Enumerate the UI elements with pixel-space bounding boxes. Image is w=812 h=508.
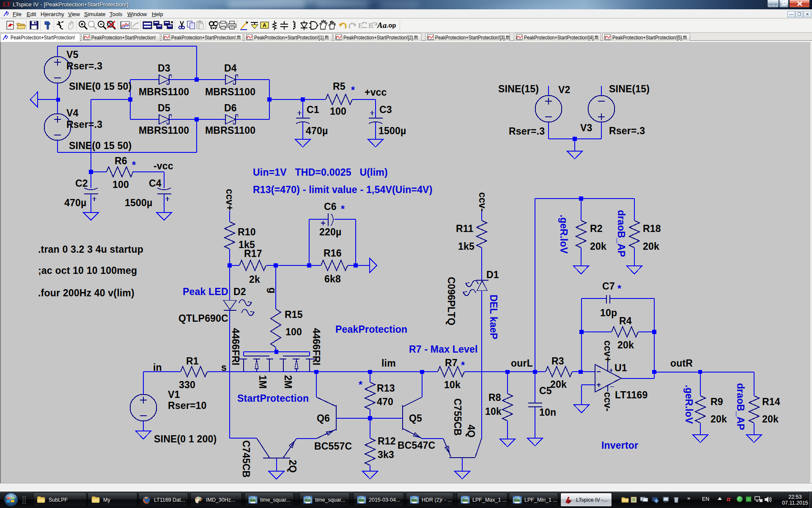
svg-text:SINE(15): SINE(15) <box>609 83 650 94</box>
svg-text:D5: D5 <box>158 102 170 113</box>
svg-text:R9: R9 <box>710 396 723 407</box>
svg-text:SINE(0 1 200): SINE(0 1 200) <box>154 433 217 444</box>
svg-text:Rser=10: Rser=10 <box>168 400 207 411</box>
svg-text:Q5: Q5 <box>409 413 422 424</box>
svg-text:ourL: ourL <box>511 358 533 369</box>
svg-text:V1: V1 <box>168 389 180 400</box>
svg-text:3k3: 3k3 <box>378 449 394 460</box>
svg-text:1k5: 1k5 <box>458 241 475 252</box>
svg-text:20k: 20k <box>590 241 606 252</box>
svg-text:20k: 20k <box>617 340 634 351</box>
svg-text:100: 100 <box>330 106 346 117</box>
svg-text:C2: C2 <box>75 178 88 189</box>
svg-text:C096PLTQ: C096PLTQ <box>446 277 457 326</box>
svg-text:outR: outR <box>670 358 693 369</box>
svg-text:C5: C5 <box>539 385 552 396</box>
svg-text:R13: R13 <box>377 383 395 394</box>
svg-text:.tran 0 3.2 3 4u startup: .tran 0 3.2 3 4u startup <box>38 244 143 255</box>
svg-text:-vcc: -vcc <box>154 160 173 171</box>
svg-text:DEL kaeP: DEL kaeP <box>488 295 499 340</box>
svg-text:R18: R18 <box>643 223 661 234</box>
svg-text:Rser=.3: Rser=.3 <box>509 126 545 137</box>
svg-text:R2: R2 <box>590 223 603 234</box>
svg-text:*: * <box>461 360 465 371</box>
svg-text:Invertor: Invertor <box>601 440 638 451</box>
svg-text:Q6: Q6 <box>317 413 330 424</box>
svg-text:R7 - Max Level: R7 - Max Level <box>409 344 478 355</box>
svg-text:PeakProtection: PeakProtection <box>335 324 407 335</box>
svg-text:*: * <box>341 204 345 215</box>
svg-text:10k: 10k <box>444 379 461 390</box>
svg-text:E: E <box>368 22 373 30</box>
svg-text:D6: D6 <box>224 102 237 113</box>
svg-text:draoB_AP: draoB_AP <box>616 210 627 257</box>
svg-text:MBRS1100: MBRS1100 <box>139 86 189 97</box>
svg-text:20k: 20k <box>710 414 727 425</box>
svg-text:MBRS1100: MBRS1100 <box>205 86 255 97</box>
svg-text:D2: D2 <box>233 286 246 297</box>
svg-text:R12: R12 <box>378 436 396 447</box>
svg-text:R3: R3 <box>551 356 564 367</box>
svg-text:.four 200Hz 40 v(lim): .four 200Hz 40 v(lim) <box>38 287 134 298</box>
svg-text:4466FRI: 4466FRI <box>311 328 322 365</box>
svg-text:100: 100 <box>285 326 302 337</box>
svg-text:470: 470 <box>377 396 393 407</box>
svg-text:R1: R1 <box>186 356 199 367</box>
svg-text:100: 100 <box>112 179 129 190</box>
svg-text:2k: 2k <box>249 274 260 285</box>
svg-text:QTLP690C: QTLP690C <box>178 313 228 324</box>
svg-text:220µ: 220µ <box>319 226 341 237</box>
svg-text:C1: C1 <box>307 104 319 115</box>
svg-text:Uin=1V THD=0.0025 U(lim): Uin=1V THD=0.0025 U(lim) <box>253 167 388 178</box>
svg-text:SINE(0 15 50): SINE(0 15 50) <box>69 140 132 151</box>
svg-text:R5: R5 <box>333 81 346 92</box>
svg-text:C4: C4 <box>149 178 162 189</box>
svg-text:Rser=.3: Rser=.3 <box>66 119 102 130</box>
svg-text:R7: R7 <box>445 357 458 368</box>
svg-text:R4: R4 <box>619 315 632 326</box>
svg-text:;ac oct 10 10 100meg: ;ac oct 10 10 100meg <box>38 265 137 276</box>
svg-text:U1: U1 <box>614 362 627 373</box>
svg-text:R15: R15 <box>285 309 303 320</box>
svg-text:R13(=470) - limit value - 1,54: R13(=470) - limit value - 1,54V(Uin=4V) <box>253 184 433 195</box>
svg-text:6k8: 6k8 <box>324 273 341 284</box>
svg-text:g: g <box>267 287 278 293</box>
svg-text:.geR.loV: .geR.loV <box>683 385 694 424</box>
svg-text:470µ: 470µ <box>64 197 86 208</box>
svg-text:4466FRI: 4466FRI <box>230 328 241 365</box>
svg-text:C6: C6 <box>324 201 337 212</box>
svg-text:V2: V2 <box>558 84 571 95</box>
svg-text:D3: D3 <box>158 63 170 74</box>
svg-text:in: in <box>153 362 162 373</box>
svg-text:ccv+: ccv+ <box>224 189 235 211</box>
svg-text:C745CB: C745CB <box>241 440 252 478</box>
svg-text:20k: 20k <box>643 241 659 252</box>
svg-text:C7: C7 <box>602 281 615 292</box>
svg-text:R6: R6 <box>115 155 127 166</box>
svg-text:StartProtection: StartProtection <box>237 393 309 404</box>
svg-text:2M: 2M <box>283 375 294 389</box>
svg-text:D4: D4 <box>224 63 237 74</box>
svg-text:*: * <box>617 283 621 294</box>
svg-text:470µ: 470µ <box>306 125 328 136</box>
svg-text:V4: V4 <box>66 108 79 119</box>
svg-text:SINE(15): SINE(15) <box>498 83 539 94</box>
svg-text:1500µ: 1500µ <box>125 197 152 208</box>
svg-text:R17: R17 <box>244 248 262 259</box>
svg-text:20k: 20k <box>762 414 779 425</box>
svg-text:10k: 10k <box>485 406 502 417</box>
svg-text:LT1169: LT1169 <box>615 389 648 400</box>
svg-text:R16: R16 <box>324 248 342 259</box>
svg-text:*: * <box>359 379 362 390</box>
svg-text:10p: 10p <box>600 307 617 318</box>
svg-text:C755CB: C755CB <box>452 398 463 436</box>
svg-text:ccv+: ccv+ <box>602 340 613 362</box>
svg-text:A: A <box>263 22 266 28</box>
svg-text:ccv-: ccv- <box>602 392 613 411</box>
svg-text:Rser=.3: Rser=.3 <box>66 61 102 72</box>
svg-text:C3: C3 <box>379 104 392 115</box>
svg-text:10n: 10n <box>539 407 556 418</box>
svg-text:Rser=.3: Rser=.3 <box>609 125 645 136</box>
svg-text:.op: .op <box>387 22 396 29</box>
svg-text:V3: V3 <box>580 122 593 133</box>
